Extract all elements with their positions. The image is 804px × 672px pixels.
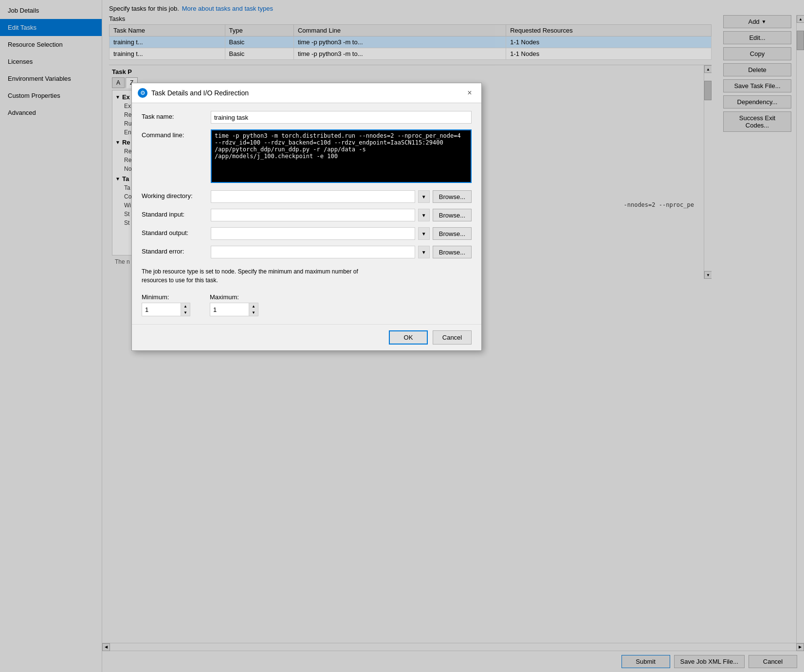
standard-error-label: Standard error:	[142, 246, 205, 255]
minimum-decrement-button[interactable]: ▼	[181, 309, 190, 316]
standard-input-select[interactable]	[211, 209, 415, 221]
maximum-label: Maximum:	[210, 293, 258, 301]
resources-info: The job resource type is set to node. Sp…	[142, 267, 472, 285]
modal-titlebar: ⚙ Task Details and I/O Redirection ×	[132, 83, 481, 103]
standard-error-row: Standard error: ▼ Browse...	[142, 246, 472, 258]
standard-error-select[interactable]	[211, 246, 415, 258]
task-name-label: Task name:	[142, 111, 205, 120]
working-dir-dropdown-arrow[interactable]: ▼	[418, 190, 430, 203]
maximum-input[interactable]	[210, 303, 249, 316]
min-max-row: Minimum: ▲ ▼ Maximum: ▲	[142, 293, 472, 316]
standard-output-select[interactable]	[211, 227, 415, 240]
standard-output-row: Standard output: ▼ Browse...	[142, 227, 472, 240]
standard-error-dropdown-arrow[interactable]: ▼	[418, 246, 430, 258]
minimum-increment-button[interactable]: ▲	[181, 303, 190, 309]
minimum-group: Minimum: ▲ ▼	[142, 293, 190, 316]
working-dir-select[interactable]	[211, 190, 415, 203]
modal-close-button[interactable]: ×	[464, 87, 475, 99]
standard-output-label: Standard output:	[142, 227, 205, 236]
maximum-decrement-button[interactable]: ▼	[249, 309, 258, 316]
gear-icon: ⚙	[140, 90, 146, 96]
standard-input-browse-button[interactable]: Browse...	[433, 209, 472, 221]
modal-icon: ⚙	[138, 88, 147, 98]
working-dir-browse-button[interactable]: Browse...	[433, 190, 472, 203]
command-line-label: Command line:	[142, 129, 205, 139]
command-line-row: Command line: time -p python3 -m torch.d…	[142, 129, 472, 184]
standard-error-browse-button[interactable]: Browse...	[433, 246, 472, 258]
minimum-label: Minimum:	[142, 293, 190, 301]
minimum-input[interactable]	[142, 303, 181, 316]
standard-input-label: Standard input:	[142, 209, 205, 218]
standard-input-row: Standard input: ▼ Browse...	[142, 209, 472, 221]
modal-footer: OK Cancel	[132, 324, 481, 350]
task-name-input[interactable]	[211, 111, 472, 124]
maximum-spinner: ▲ ▼	[210, 303, 258, 316]
standard-input-dropdown-arrow[interactable]: ▼	[418, 209, 430, 221]
command-line-input[interactable]: time -p python3 -m torch.distributed.run…	[211, 129, 472, 183]
maximum-increment-button[interactable]: ▲	[249, 303, 258, 309]
standard-output-browse-button[interactable]: Browse...	[433, 227, 472, 240]
modal-task-details: ⚙ Task Details and I/O Redirection × Tas…	[131, 83, 482, 351]
standard-output-dropdown-arrow[interactable]: ▼	[418, 227, 430, 240]
working-dir-label: Working directory:	[142, 190, 205, 200]
modal-overlay: ⚙ Task Details and I/O Redirection × Tas…	[0, 0, 804, 672]
task-name-row: Task name:	[142, 111, 472, 124]
minimum-spinner: ▲ ▼	[142, 303, 190, 316]
maximum-group: Maximum: ▲ ▼	[210, 293, 258, 316]
ok-button[interactable]: OK	[389, 330, 428, 345]
modal-title: ⚙ Task Details and I/O Redirection	[138, 88, 249, 98]
modal-cancel-button[interactable]: Cancel	[433, 330, 472, 345]
modal-body: Task name: Command line: time -p python3…	[132, 103, 481, 324]
working-dir-row: Working directory: ▼ Browse...	[142, 190, 472, 203]
